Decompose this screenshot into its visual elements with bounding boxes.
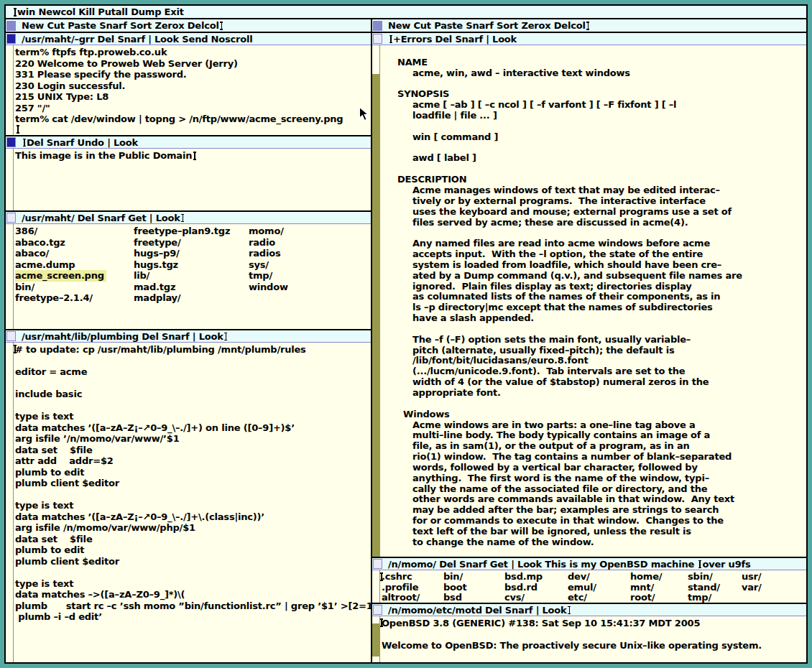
- text-line: Welcome to OpenBSD: The proactively secu…: [382, 640, 806, 651]
- text-line: mnt/: [630, 583, 688, 593]
- text-line: data matches –>([a–zA–Z0–9_]*)\(: [15, 589, 371, 600]
- tag-text[interactable]: /n/momo/ Del Snarf Get | Look This is my…: [388, 559, 697, 570]
- text-line: Any named files are read into acme windo…: [382, 238, 806, 249]
- text-line: include basic: [15, 389, 371, 400]
- text-line: arg isfile ’/n/momo/var/www/’$1: [15, 433, 371, 445]
- listing-column[interactable]: dev/emul/etc/: [568, 572, 630, 603]
- plumbing-tag[interactable]: /usr/maht/lib/plumbing Del Snarf | Look: [6, 330, 371, 343]
- plumbing-rules-text[interactable]: # to update: cp /usr/maht/lib/plumbing /…: [14, 343, 371, 662]
- text-line: stand/: [688, 583, 742, 593]
- text-line: pitch (alternate, usually fixed–pitch); …: [382, 345, 806, 356]
- tag-text[interactable]: over u9fs: [702, 559, 750, 570]
- text-line: other words are commands available in th…: [382, 494, 806, 505]
- text-line: dev/: [568, 572, 630, 583]
- motd-text[interactable]: OpenBSD 3.8 (GENERIC) #138: Sat Sep 10 1…: [380, 616, 806, 662]
- text-line: DESCRIPTION: [382, 175, 806, 185]
- text-line: have a slash appended.: [382, 313, 806, 324]
- listing-column[interactable]: 386/abaco.tgzabaco/acme.dumpacme_screen.…: [15, 226, 134, 329]
- text-line: radio: [249, 237, 288, 249]
- drag-box-clean[interactable]: [373, 605, 382, 615]
- text-caret: [12, 7, 17, 17]
- text-line: ated by a Dump command (q.v.), and subse…: [382, 271, 806, 282]
- text-caret: [15, 124, 20, 134]
- drag-box-clean[interactable]: [6, 213, 16, 223]
- momo-tag[interactable]: /n/momo/ Del Snarf Get | Look This is my…: [372, 558, 806, 570]
- directory-listing[interactable]: .cshrc.profilealtroot/ bin/bootbsd bsd.m…: [380, 570, 806, 603]
- text-line: plumb client $editor: [15, 478, 371, 489]
- scrollbar[interactable]: [6, 224, 14, 329]
- scrollbar[interactable]: [372, 45, 380, 557]
- text-line: tively or by external programs. The inte…: [382, 196, 806, 207]
- directory-listing[interactable]: 386/abaco.tgzabaco/acme.dumpacme_screen.…: [14, 224, 371, 329]
- terminal-output[interactable]: term% ftpfs ftp.proweb.co.uk220 Welcome …: [14, 45, 371, 135]
- main-menu-commands[interactable]: win Newcol Kill Putall Dump Exit: [17, 6, 184, 18]
- text-line: data matches ’([a–zA–Z¡–↗0–9_\–./]+) on …: [15, 422, 371, 434]
- motd-tag[interactable]: /n/momo/etc/motd Del Snarf | Look: [372, 604, 806, 616]
- text-line: var/: [742, 583, 762, 593]
- window-public-domain-note: Del Snarf Undo | Look This image is in t…: [6, 135, 371, 210]
- tag-text[interactable]: /usr/maht/–grr Del Snarf | Look Send Nos…: [22, 34, 253, 45]
- main-menu-tag[interactable]: win Newcol Kill Putall Dump Exit: [6, 6, 806, 18]
- text-line: plumb to edit: [15, 544, 371, 556]
- text-line: acme [ –ab ] [ –c ncol ] [ –f varfont ] …: [382, 100, 806, 111]
- text-line: [382, 228, 806, 238]
- listing-column[interactable]: .cshrc.profilealtroot/: [382, 572, 443, 603]
- listing-column[interactable]: freetype–plan9.tgzfreetype/hugs–p9/hugs.…: [134, 226, 249, 329]
- note-body: This image is in the Public Domain: [6, 149, 371, 210]
- text-line: 257 "/": [15, 103, 371, 114]
- column-commands[interactable]: New Cut Paste Snarf Sort Zerox Delcol: [388, 20, 586, 31]
- text-line: OpenBSD 3.8 (GENERIC) #138: Sat Sep 10 1…: [382, 618, 806, 629]
- tag-text[interactable]: /n/momo/etc/motd Del Snarf | Look: [388, 605, 567, 616]
- manpage-text[interactable]: NAMEacme, win, awd – interactive text wi…: [380, 45, 806, 557]
- acme-window-frame: win Newcol Kill Putall Dump Exit New Cut…: [4, 4, 808, 664]
- listing-tag[interactable]: /usr/maht/ Del Snarf Get | Look: [6, 212, 371, 224]
- drag-box-dirty[interactable]: [6, 34, 16, 44]
- terminal-body: term% ftpfs ftp.proweb.co.uk220 Welcome …: [6, 45, 371, 135]
- text-line: rio(1) window. The tag contains a number…: [382, 452, 806, 463]
- text-caret: [388, 34, 393, 44]
- listing-column[interactable]: usr/var/: [742, 572, 762, 603]
- text-line: win [ command ]: [382, 132, 806, 143]
- text-line: freetype–plan9.tgz: [134, 226, 249, 237]
- scrollbar-thumb[interactable]: [372, 45, 379, 74]
- text-line: ignored. Plain files display as text; di…: [382, 282, 806, 292]
- text-line: [15, 489, 371, 501]
- drag-box-clean[interactable]: [373, 559, 382, 569]
- left-column-header-tag[interactable]: New Cut Paste Snarf Sort Zerox Delcol: [6, 19, 371, 32]
- text-line: radios: [249, 248, 288, 259]
- tag-text[interactable]: +Errors Del Snarf | Look: [393, 34, 517, 45]
- tag-text[interactable]: /usr/maht/lib/plumbing Del Snarf | Look: [22, 331, 223, 342]
- scrollbar[interactable]: [6, 149, 14, 210]
- column-drag-box[interactable]: [373, 21, 382, 31]
- drag-box-clean[interactable]: [373, 34, 382, 44]
- note-tag[interactable]: Del Snarf Undo | Look: [6, 136, 371, 149]
- text-line: data set $file: [15, 534, 371, 545]
- listing-column[interactable]: bin/bootbsd: [443, 572, 504, 603]
- mouse-cursor-icon: [359, 107, 372, 121]
- drag-box-dirty[interactable]: [6, 137, 16, 147]
- text-line: Acme manages windows of text that may be…: [382, 185, 806, 196]
- right-column-header-tag[interactable]: New Cut Paste Snarf Sort Zerox Delcol: [372, 19, 806, 32]
- tag-text[interactable]: Del Snarf Undo | Look: [27, 137, 138, 148]
- drag-box-clean[interactable]: [6, 331, 16, 341]
- note-text[interactable]: This image is in the Public Domain: [14, 149, 371, 210]
- listing-column[interactable]: sbin/stand/tmp/: [688, 572, 742, 603]
- text-line: abaco.tgz: [15, 237, 134, 249]
- terminal-tag[interactable]: /usr/maht/–grr Del Snarf | Look Send Nos…: [6, 33, 371, 45]
- listing-column[interactable]: home/mnt/root/: [630, 572, 688, 603]
- text-line: plumb client $editor: [15, 556, 371, 567]
- columns: New Cut Paste Snarf Sort Zerox Delcol /u…: [6, 18, 806, 662]
- text-line: home/: [630, 572, 688, 583]
- text-line: The –f (–F) option sets the main font, u…: [382, 335, 806, 345]
- text-line: plumb start rc –c ’ssh momo ”bin/functio…: [15, 600, 371, 612]
- column-drag-box[interactable]: [6, 21, 16, 31]
- tag-text[interactable]: /usr/maht/ Del Snarf Get | Look: [22, 213, 180, 223]
- text-line: type is text: [15, 500, 371, 511]
- listing-column[interactable]: momo/radioradiossys/tmp/window: [249, 226, 288, 329]
- scrollbar[interactable]: [6, 343, 14, 662]
- listing-column[interactable]: bsd.mpbsd.rdcvs/: [504, 572, 568, 603]
- column-commands[interactable]: New Cut Paste Snarf Sort Zerox Delcol: [22, 20, 219, 31]
- errors-tag[interactable]: +Errors Del Snarf | Look: [372, 33, 806, 45]
- text-line: bsd.rd: [504, 583, 568, 593]
- scrollbar[interactable]: [6, 45, 14, 135]
